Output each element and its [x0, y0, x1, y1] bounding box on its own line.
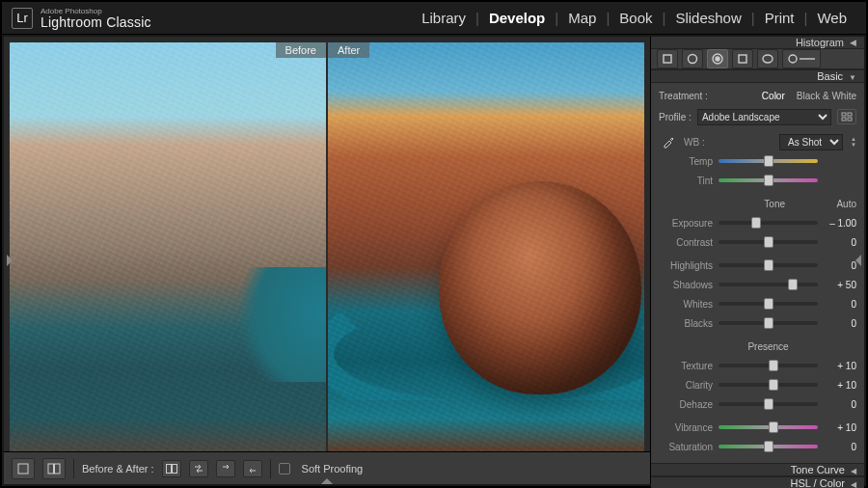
saturation-value[interactable]: 0 — [824, 442, 856, 452]
contrast-value[interactable]: 0 — [824, 237, 856, 248]
filmstrip-expand[interactable] — [321, 478, 333, 484]
hsl-header[interactable]: HSL / Color — [651, 476, 864, 488]
basic-label: Basic — [817, 70, 843, 82]
spot-removal-tool[interactable] — [682, 49, 703, 68]
profile-select[interactable]: Adobe Landscape — [697, 109, 831, 125]
module-picker: Library| Develop| Map| Book| Slideshow| … — [412, 10, 856, 26]
image-viewer: Before After Before & After : — [4, 37, 650, 484]
brush-tool[interactable] — [782, 49, 821, 68]
blacks-label: Blacks — [659, 318, 713, 329]
svg-rect-2 — [55, 464, 61, 474]
svg-rect-5 — [664, 55, 671, 63]
svg-rect-1 — [48, 464, 54, 474]
blacks-slider[interactable] — [719, 316, 818, 330]
contrast-label: Contrast — [659, 237, 713, 248]
svg-rect-4 — [172, 464, 176, 473]
ba-copy2-button[interactable] — [243, 460, 262, 477]
module-slideshow[interactable]: Slideshow — [665, 10, 750, 26]
main-area: Before After Before & After : — [4, 37, 864, 484]
shadows-value[interactable]: + 50 — [824, 280, 856, 290]
app-name: Lightroom Classic — [41, 15, 151, 29]
texture-value[interactable]: + 10 — [824, 361, 856, 371]
whites-label: Whites — [659, 299, 713, 310]
svg-point-6 — [689, 55, 697, 64]
wb-select[interactable]: As Shot — [779, 134, 843, 150]
highlights-value[interactable]: 0 — [824, 260, 856, 271]
module-book[interactable]: Book — [610, 10, 662, 26]
treatment-color[interactable]: Color — [762, 91, 785, 101]
logo-mark: Lr — [12, 8, 33, 29]
highlights-label: Highlights — [659, 260, 713, 271]
module-map[interactable]: Map — [558, 10, 606, 26]
shadows-slider[interactable] — [719, 278, 818, 291]
left-panel-expand[interactable] — [4, 247, 15, 274]
vibrance-value[interactable]: + 10 — [824, 422, 856, 433]
svg-rect-16 — [848, 118, 852, 121]
temp-label: Temp — [659, 156, 713, 167]
vibrance-label: Vibrance — [659, 422, 713, 433]
module-library[interactable]: Library — [412, 10, 475, 26]
whites-value[interactable]: 0 — [824, 299, 856, 310]
tool-strip — [651, 49, 864, 69]
radial-filter-tool[interactable] — [757, 49, 778, 68]
before-badge: Before — [276, 42, 326, 58]
svg-point-11 — [789, 55, 797, 63]
saturation-label: Saturation — [659, 442, 713, 452]
right-panel-collapse[interactable] — [853, 247, 864, 274]
clarity-slider[interactable] — [719, 378, 818, 392]
wb-dropper-icon[interactable] — [659, 133, 678, 150]
redeye-tool[interactable] — [707, 49, 728, 68]
auto-tone-button[interactable]: Auto — [836, 199, 856, 209]
before-after-view-button[interactable] — [42, 458, 66, 479]
basic-header[interactable]: Basic — [651, 69, 864, 83]
whites-slider[interactable] — [719, 297, 818, 311]
clarity-value[interactable]: + 10 — [824, 380, 856, 391]
after-pane: After — [328, 42, 644, 451]
wb-stepper[interactable]: ▲▼ — [851, 136, 856, 148]
top-bar: Lr Adobe Photoshop Lightroom Classic Lib… — [2, 2, 866, 35]
soft-proofing-label: Soft Proofing — [302, 463, 364, 474]
svg-rect-3 — [166, 464, 171, 473]
exposure-value[interactable]: – 1.00 — [824, 218, 856, 229]
shadows-label: Shadows — [659, 280, 713, 290]
before-after-canvas[interactable]: Before After — [4, 37, 650, 451]
histogram-header[interactable]: Histogram◀ — [651, 37, 864, 49]
vibrance-slider[interactable] — [719, 420, 818, 434]
profile-browser-icon[interactable] — [837, 109, 856, 124]
texture-slider[interactable] — [719, 359, 818, 372]
tone-curve-header[interactable]: Tone Curve — [651, 463, 864, 476]
svg-rect-9 — [739, 55, 746, 63]
temp-slider[interactable] — [719, 154, 818, 168]
blacks-value[interactable]: 0 — [824, 318, 856, 329]
soft-proofing-checkbox[interactable] — [279, 463, 290, 474]
before-after-label: Before & After : — [82, 463, 154, 474]
contrast-slider[interactable] — [719, 235, 818, 249]
ba-copy-button[interactable] — [216, 460, 235, 477]
histogram-label: Histogram — [796, 37, 844, 48]
exposure-label: Exposure — [659, 218, 713, 229]
exposure-slider[interactable] — [719, 216, 818, 230]
module-web[interactable]: Web — [807, 10, 856, 26]
svg-rect-14 — [848, 113, 852, 116]
dehaze-value[interactable]: 0 — [824, 399, 856, 410]
ba-layout-button-1[interactable] — [162, 460, 181, 477]
treatment-label: Treatment : — [659, 91, 708, 101]
tint-slider[interactable] — [719, 174, 818, 187]
hsl-label: HSL / Color — [791, 477, 845, 488]
crop-tool[interactable] — [657, 49, 678, 68]
svg-point-10 — [763, 55, 773, 63]
module-develop[interactable]: Develop — [479, 10, 555, 26]
ba-swap-button[interactable] — [189, 460, 208, 477]
graduated-filter-tool[interactable] — [732, 49, 753, 68]
texture-label: Texture — [659, 361, 713, 371]
treatment-bw[interactable]: Black & White — [797, 91, 856, 101]
tint-label: Tint — [659, 176, 713, 186]
basic-section: Treatment : Color Black & White Profile … — [651, 83, 864, 463]
module-print[interactable]: Print — [755, 10, 804, 26]
loupe-view-button[interactable] — [12, 458, 35, 479]
tone-curve-label: Tone Curve — [791, 464, 845, 475]
highlights-slider[interactable] — [719, 258, 818, 272]
wb-label: WB : — [684, 137, 705, 148]
saturation-slider[interactable] — [719, 440, 818, 453]
dehaze-slider[interactable] — [719, 397, 818, 411]
